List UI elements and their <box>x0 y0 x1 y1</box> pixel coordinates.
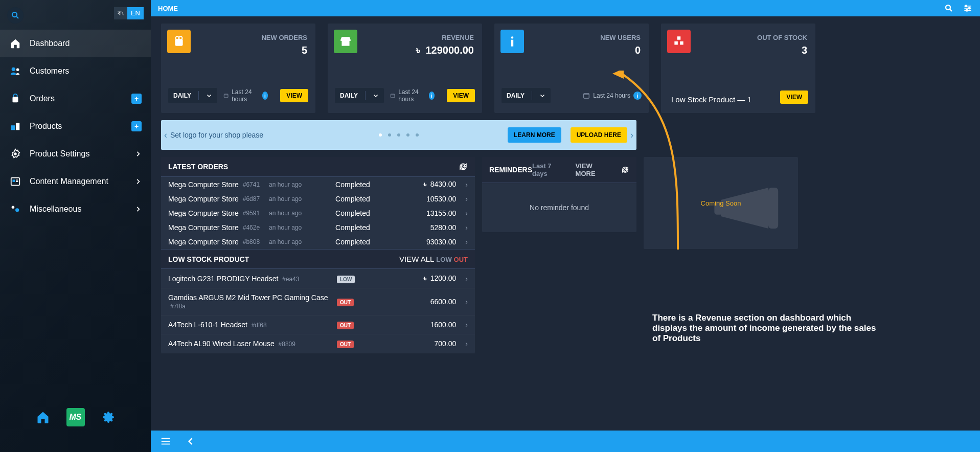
settings-shortcut[interactable] <box>99 408 118 426</box>
chevron-right-icon: › <box>465 340 468 348</box>
topbar-settings[interactable] <box>963 3 973 13</box>
banner-dots <box>379 133 419 137</box>
megaphone-icon <box>711 172 793 244</box>
svg-rect-9 <box>13 179 15 182</box>
sliders-icon <box>963 3 973 13</box>
menu-button[interactable] <box>160 436 171 447</box>
banner-dot[interactable] <box>416 133 419 137</box>
app-shortcut[interactable]: MS <box>66 408 85 426</box>
learn-more-button[interactable]: LEARN MORE <box>508 127 561 143</box>
back-button[interactable] <box>186 436 196 446</box>
order-amount: 10530.00 <box>397 195 456 203</box>
chevron-right-icon: › <box>465 195 468 203</box>
svg-rect-8 <box>11 178 20 186</box>
nav-item-label: Customers <box>30 66 69 76</box>
lang-bn[interactable]: বাং <box>114 7 127 19</box>
order-id: #6741 <box>243 181 260 188</box>
order-time: an hour ago <box>269 238 335 245</box>
order-time: an hour ago <box>269 210 335 217</box>
order-row[interactable]: Mega Computer Store#6d87an hour agoCompl… <box>161 192 475 206</box>
order-time: an hour ago <box>269 181 335 188</box>
chevron-down-icon <box>539 93 545 99</box>
products-icon <box>10 121 21 132</box>
order-row[interactable]: Mega Computer Store#6741an hour agoCompl… <box>161 177 475 192</box>
svg-point-22 <box>966 10 968 11</box>
product-price: 1600.00 <box>373 321 456 329</box>
chevron-right-icon <box>134 178 142 185</box>
nav-orders[interactable]: Orders + <box>0 85 151 112</box>
calendar-icon <box>583 92 590 99</box>
add-product-button[interactable]: + <box>131 121 142 131</box>
stock-row[interactable]: A4Tech L-610-1 Headset #df68OUT1600.00› <box>161 315 475 334</box>
order-status: Completed <box>335 195 397 203</box>
ms-icon: MS <box>70 413 82 422</box>
lang-en[interactable]: EN <box>127 7 144 19</box>
topbar-search[interactable] <box>944 4 953 13</box>
svg-point-13 <box>15 208 19 212</box>
period-dropdown[interactable]: DAILY <box>335 88 384 103</box>
view-button[interactable]: VIEW <box>280 89 308 102</box>
nav-products[interactable]: Products + <box>0 112 151 140</box>
orders-icon <box>10 93 21 104</box>
add-order-button[interactable]: + <box>131 94 142 104</box>
sidebar-search-button[interactable] <box>7 7 24 24</box>
stock-row[interactable]: Gamdias ARGUS M2 Mid Tower PC Gaming Cas… <box>161 288 475 315</box>
banner-dot[interactable] <box>397 133 400 137</box>
svg-rect-36 <box>674 41 678 45</box>
refresh-button[interactable] <box>459 162 468 171</box>
nav-dashboard[interactable]: Dashboard <box>0 30 151 57</box>
svg-point-2 <box>12 67 15 71</box>
banner-prev[interactable]: ‹ <box>164 130 167 141</box>
order-row[interactable]: Mega Computer Store#b808an hour agoCompl… <box>161 235 475 249</box>
low-filter[interactable]: LOW <box>436 256 451 263</box>
nav-miscellaneous[interactable]: Miscellaneous <box>0 195 151 223</box>
svg-point-25 <box>179 36 183 40</box>
info-icon[interactable]: i <box>633 92 642 100</box>
view-button[interactable]: VIEW <box>447 89 475 102</box>
order-status: Completed <box>335 238 397 246</box>
order-status: Completed <box>335 180 397 189</box>
out-filter[interactable]: OUT <box>454 256 468 263</box>
order-store: Mega Computer Store <box>168 223 239 232</box>
view-all-link[interactable]: VIEW ALL <box>399 255 434 263</box>
order-status: Completed <box>335 223 397 232</box>
refresh-button[interactable] <box>621 166 629 174</box>
nav-content-management[interactable]: Content Management <box>0 168 151 195</box>
order-row[interactable]: Mega Computer Store#9591an hour agoCompl… <box>161 206 475 220</box>
bag-icon <box>172 35 186 48</box>
period-dropdown[interactable]: DAILY <box>502 88 551 103</box>
stock-row[interactable]: A4Tech AL90 Wired Laser Mouse #8809OUT70… <box>161 334 475 353</box>
nav-item-label: Dashboard <box>30 39 70 48</box>
banner-dot[interactable] <box>388 133 391 137</box>
order-row[interactable]: Mega Computer Store#462ean hour agoCompl… <box>161 220 475 235</box>
banner-dot[interactable] <box>406 133 409 137</box>
view-more-link[interactable]: VIEW MORE <box>576 162 613 177</box>
banner-next[interactable]: › <box>630 130 633 141</box>
misc-icon <box>10 204 21 215</box>
svg-rect-37 <box>680 41 683 45</box>
stock-tag: LOW <box>337 276 355 283</box>
period-dropdown[interactable]: DAILY <box>168 88 217 103</box>
view-button[interactable]: VIEW <box>780 91 808 104</box>
annotation-tooltip: There is a Revenue section on dashboard … <box>642 304 887 353</box>
date-range: Last 24 hoursi <box>583 92 642 100</box>
chevron-down-icon <box>373 93 379 99</box>
nav-item-label: Content Management <box>30 177 108 186</box>
chevron-right-icon: › <box>465 180 468 189</box>
users-icon <box>10 65 21 77</box>
language-toggle[interactable]: বাং EN <box>114 7 144 19</box>
stock-tag: OUT <box>337 322 354 329</box>
order-amount: 93030.00 <box>397 238 456 246</box>
svg-rect-38 <box>768 188 778 229</box>
home-shortcut[interactable] <box>34 408 52 426</box>
nav-customers[interactable]: Customers <box>0 57 151 85</box>
store-icon <box>339 35 352 48</box>
info-icon[interactable]: i <box>262 92 268 100</box>
stock-row[interactable]: Logitech G231 PRODIGY Headset #ea43LOW৳ … <box>161 269 475 288</box>
upload-here-button[interactable]: UPLOAD HERE <box>571 127 627 143</box>
svg-point-0 <box>12 12 17 17</box>
order-amount: ৳ 8430.00 <box>397 180 456 189</box>
nav-product-settings[interactable]: Product Settings <box>0 140 151 168</box>
banner-dot[interactable] <box>379 133 382 137</box>
info-icon[interactable]: i <box>429 92 435 100</box>
